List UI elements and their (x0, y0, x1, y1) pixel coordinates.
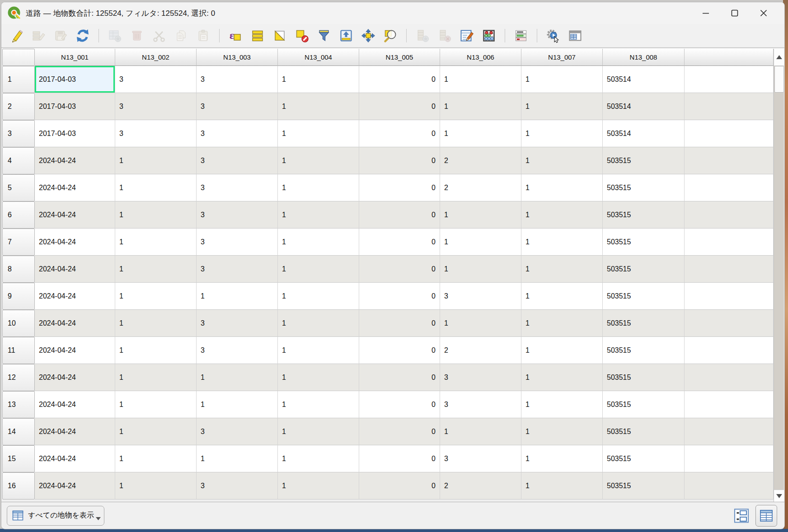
cell-r7-N13_001[interactable]: 2024-04-24 (35, 229, 115, 256)
cell-r4-N13_006[interactable]: 2 (440, 147, 521, 174)
cell-r13-N13_007[interactable]: 1 (521, 391, 603, 418)
field-calculator-icon[interactable] (481, 28, 497, 43)
cell-r14-N13_003[interactable]: 3 (197, 418, 278, 445)
cell-r2-N13_006[interactable]: 1 (440, 93, 521, 120)
vertical-scrollbar[interactable] (774, 49, 784, 502)
column-header-N13_004[interactable]: N13_004 (278, 49, 359, 66)
column-header-N13_008[interactable]: N13_008 (603, 49, 685, 66)
zoom-to-selection-icon[interactable] (383, 28, 398, 43)
cell-r7-N13_004[interactable]: 1 (278, 229, 359, 256)
cell-r9-N13_005[interactable]: 0 (359, 283, 440, 310)
cell-r16-N13_002[interactable]: 1 (115, 472, 197, 499)
cell-r5-N13_003[interactable]: 3 (197, 174, 278, 201)
cell-r5-N13_007[interactable]: 1 (521, 174, 603, 201)
row-header-6[interactable]: 6 (2, 201, 35, 229)
cell-r12-N13_008[interactable]: 503515 (603, 364, 685, 391)
cell-r12-N13_004[interactable]: 1 (278, 364, 359, 391)
cell-r3-N13_001[interactable]: 2017-04-03 (35, 120, 115, 147)
cell-r12-N13_005[interactable]: 0 (359, 364, 440, 391)
cell-r4-N13_007[interactable]: 1 (521, 147, 603, 174)
open-attribute-form-icon[interactable] (459, 28, 474, 43)
row-header-4[interactable]: 4 (2, 147, 35, 174)
cell-r5-N13_005[interactable]: 0 (359, 174, 440, 201)
cell-r7-N13_003[interactable]: 3 (197, 229, 278, 256)
cell-r12-N13_006[interactable]: 3 (440, 364, 521, 391)
cell-r8-N13_001[interactable]: 2024-04-24 (35, 256, 115, 283)
cell-r10-N13_005[interactable]: 0 (359, 310, 440, 337)
cell-r5-N13_002[interactable]: 1 (115, 174, 197, 201)
cell-r8-N13_007[interactable]: 1 (521, 256, 603, 283)
filter-select-by-form-icon[interactable] (316, 28, 332, 43)
row-header-8[interactable]: 8 (2, 256, 35, 283)
row-header-9[interactable]: 9 (2, 283, 35, 310)
maximize-button[interactable] (720, 2, 749, 24)
cell-r10-N13_003[interactable]: 3 (197, 310, 278, 337)
cell-r10-N13_004[interactable]: 1 (278, 310, 359, 337)
cell-r1-N13_002[interactable]: 3 (115, 66, 197, 93)
move-selection-to-top-icon[interactable] (338, 28, 354, 43)
cell-r6-N13_006[interactable]: 1 (440, 201, 521, 229)
cell-r7-N13_006[interactable]: 1 (440, 229, 521, 256)
cell-r8-N13_008[interactable]: 503515 (603, 256, 685, 283)
cell-r12-N13_003[interactable]: 1 (197, 364, 278, 391)
row-header-10[interactable]: 10 (2, 310, 35, 337)
cell-r9-N13_003[interactable]: 1 (197, 283, 278, 310)
row-header-13[interactable]: 13 (2, 391, 35, 418)
select-by-expression-icon[interactable]: ε (228, 28, 243, 43)
cell-r3-N13_006[interactable]: 1 (440, 120, 521, 147)
cell-r9-N13_008[interactable]: 503515 (603, 283, 685, 310)
cell-r1-N13_004[interactable]: 1 (278, 66, 359, 93)
cell-r2-N13_008[interactable]: 503514 (603, 93, 685, 120)
cell-r10-N13_006[interactable]: 1 (440, 310, 521, 337)
row-header-2[interactable]: 2 (2, 93, 35, 120)
cell-r13-N13_004[interactable]: 1 (278, 391, 359, 418)
cell-r11-N13_007[interactable]: 1 (521, 337, 603, 364)
invert-selection-icon[interactable] (272, 28, 287, 43)
cell-r16-N13_004[interactable]: 1 (278, 472, 359, 499)
cell-r16-N13_006[interactable]: 2 (440, 472, 521, 499)
dock-attribute-table-icon[interactable] (568, 28, 583, 43)
cell-r15-N13_007[interactable]: 1 (521, 445, 603, 472)
row-header-11[interactable]: 11 (2, 337, 35, 364)
cell-r7-N13_008[interactable]: 503515 (603, 229, 685, 256)
cell-r14-N13_005[interactable]: 0 (359, 418, 440, 445)
cell-r3-N13_003[interactable]: 3 (197, 120, 278, 147)
form-view-button[interactable] (733, 507, 750, 524)
cell-r4-N13_002[interactable]: 1 (115, 147, 197, 174)
cell-r13-N13_005[interactable]: 0 (359, 391, 440, 418)
cell-r2-N13_005[interactable]: 0 (359, 93, 440, 120)
cell-r15-N13_005[interactable]: 0 (359, 445, 440, 472)
cell-r12-N13_007[interactable]: 1 (521, 364, 603, 391)
cell-r10-N13_001[interactable]: 2024-04-24 (35, 310, 115, 337)
cell-r12-N13_002[interactable]: 1 (115, 364, 197, 391)
cell-r4-N13_001[interactable]: 2024-04-24 (35, 147, 115, 174)
actions-icon[interactable] (545, 28, 561, 43)
cell-r16-N13_005[interactable]: 0 (359, 472, 440, 499)
cell-r11-N13_008[interactable]: 503515 (603, 337, 685, 364)
cell-r5-N13_001[interactable]: 2024-04-24 (35, 174, 115, 201)
cell-r4-N13_008[interactable]: 503515 (603, 147, 685, 174)
cell-r4-N13_005[interactable]: 0 (359, 147, 440, 174)
cell-r9-N13_006[interactable]: 3 (440, 283, 521, 310)
cell-r1-N13_006[interactable]: 1 (440, 66, 521, 93)
column-header-N13_007[interactable]: N13_007 (521, 49, 603, 66)
cell-r15-N13_004[interactable]: 1 (278, 445, 359, 472)
cell-r14-N13_002[interactable]: 1 (115, 418, 197, 445)
cell-r9-N13_002[interactable]: 1 (115, 283, 197, 310)
scroll-up-button[interactable] (774, 49, 784, 66)
cell-r4-N13_003[interactable]: 3 (197, 147, 278, 174)
cell-r16-N13_008[interactable]: 503515 (603, 472, 685, 499)
cell-r9-N13_004[interactable]: 1 (278, 283, 359, 310)
conditional-formatting-icon[interactable] (513, 28, 529, 43)
cell-r4-N13_004[interactable]: 1 (278, 147, 359, 174)
cell-r3-N13_007[interactable]: 1 (521, 120, 603, 147)
cell-r3-N13_004[interactable]: 1 (278, 120, 359, 147)
column-header-N13_005[interactable]: N13_005 (359, 49, 440, 66)
table-view-button[interactable] (755, 505, 777, 527)
cell-r16-N13_007[interactable]: 1 (521, 472, 603, 499)
cell-r9-N13_001[interactable]: 2024-04-24 (35, 283, 115, 310)
cell-r6-N13_003[interactable]: 3 (197, 201, 278, 229)
cell-r12-N13_001[interactable]: 2024-04-24 (35, 364, 115, 391)
deselect-all-icon[interactable] (294, 28, 310, 43)
cell-r6-N13_002[interactable]: 1 (115, 201, 197, 229)
